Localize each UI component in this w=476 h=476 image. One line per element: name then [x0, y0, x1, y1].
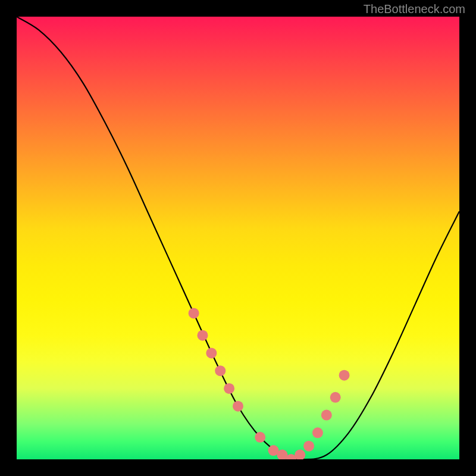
marker-dot: [312, 427, 323, 438]
marker-dot: [233, 401, 243, 412]
marker-dot: [255, 432, 265, 443]
marker-dot: [295, 450, 305, 459]
curve-line: [17, 17, 459, 459]
chart-svg: [17, 17, 459, 459]
marker-dot: [303, 441, 314, 452]
watermark-text: TheBottleneck.com: [364, 2, 465, 16]
marker-points: [189, 308, 350, 459]
marker-dot: [321, 410, 332, 421]
chart-container: TheBottleneck.com: [0, 0, 476, 476]
marker-dot: [339, 370, 350, 381]
marker-dot: [189, 308, 199, 318]
marker-dot: [197, 330, 208, 341]
marker-dot: [206, 347, 217, 358]
marker-dot: [224, 383, 234, 394]
marker-dot: [330, 392, 341, 403]
marker-dot: [215, 365, 226, 376]
